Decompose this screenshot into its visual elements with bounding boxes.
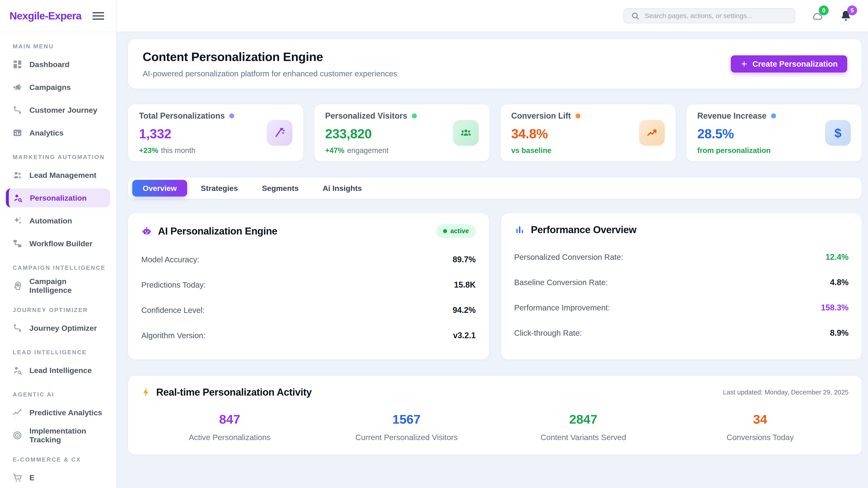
sidebar-section-marketing-automation: MARKETING AUTOMATION (13, 154, 110, 161)
realtime-stat: 34 Conversions Today (672, 412, 848, 442)
page-header-text: Content Personalization Engine AI-powere… (143, 50, 397, 78)
sidebar-item-label: Dashboard (29, 60, 70, 69)
sidebar-item-ecommerce[interactable]: E (6, 468, 110, 487)
sidebar-item-campaign-intelligence[interactable]: Campaign Intelligence (6, 276, 110, 295)
sidebar-item-predictive-analytics[interactable]: Predictive Analytics (6, 403, 110, 422)
stat-title: Total Personalizations (139, 111, 234, 121)
stat-card-revenue-increase: Revenue Increase 28.5% from personalizat… (686, 104, 862, 161)
global-search[interactable] (623, 8, 795, 23)
notifications-button[interactable]: 5 (839, 9, 852, 22)
sidebar-section-main-menu: MAIN MENU (13, 43, 110, 50)
user-search-icon (12, 365, 23, 376)
target-icon (12, 430, 23, 441)
search-input[interactable] (645, 12, 788, 20)
cloud-status-button[interactable]: 0 (811, 9, 824, 22)
stat-cards-row: Total Personalizations 1,332 +23%this mo… (128, 104, 862, 161)
app-root: Nexgile-Expera MAIN MENU Dashboard Campa… (0, 0, 868, 488)
sidebar-item-lead-management[interactable]: Lead Management (6, 166, 110, 185)
stat-subtext: +23%this month (139, 146, 234, 155)
metric-row: Personalized Conversion Rate:12.4% (514, 245, 849, 270)
last-updated-text: Last updated: Monday, December 29, 2025 (723, 389, 848, 396)
sidebar-section-ecommerce-cx: E-COMMERCE & CX (13, 456, 110, 463)
sidebar-header: Nexgile-Expera (0, 0, 116, 32)
brain-icon (12, 281, 23, 291)
sidebar-item-label: Campaigns (29, 83, 71, 92)
sidebar-item-lead-intelligence[interactable]: Lead Intelligence (6, 361, 110, 380)
page-content: Content Personalization Engine AI-powere… (116, 32, 868, 455)
sidebar-item-journey-optimizer[interactable]: Journey Optimizer (6, 319, 110, 337)
status-dot (229, 113, 234, 119)
dashboard-icon (12, 59, 23, 70)
stat-value: 233,820 (325, 126, 416, 141)
trend-up-icon (639, 120, 665, 146)
dollar-icon: $ (825, 120, 851, 146)
plus-icon (740, 60, 748, 68)
realtime-stat-value: 1567 (318, 412, 495, 427)
metric-row: Model Accuracy:89.7% (141, 247, 476, 272)
stat-card-conversion-lift: Conversion Lift 34.8% vs baseline (500, 104, 676, 161)
workflow-icon (12, 238, 23, 249)
metric-row: Confidence Level:94.2% (141, 297, 476, 323)
create-personalization-button[interactable]: Create Personalization (731, 55, 847, 72)
page-header-card: Content Personalization Engine AI-powere… (128, 39, 862, 89)
panel-title: Performance Overview (514, 224, 637, 235)
metric-row: Baseline Conversion Rate:4.8% (514, 270, 849, 295)
chart-bars-icon (514, 224, 525, 235)
sidebar-item-label: Journey Optimizer (29, 324, 97, 332)
tab-strategies[interactable]: Strategies (190, 180, 248, 197)
user-search-icon (13, 193, 23, 203)
status-dot (412, 113, 417, 119)
sidebar-item-label: Analytics (29, 129, 64, 137)
realtime-stat-label: Content Variants Served (495, 433, 672, 442)
cart-icon (12, 473, 23, 483)
sidebar-item-customer-journey[interactable]: Customer Journey (6, 101, 110, 120)
sidebar-item-implementation-tracking[interactable]: Implementation Tracking (6, 426, 110, 445)
realtime-stat-label: Conversions Today (672, 433, 848, 442)
tab-ai-insights[interactable]: Ai Insights (312, 180, 372, 197)
stat-subtext: from personalization (698, 146, 776, 155)
route-icon (12, 323, 23, 333)
sidebar-section-lead-intelligence: LEAD INTELLIGENCE (13, 349, 110, 356)
topbar: 0 5 (116, 0, 868, 32)
status-dot (576, 113, 581, 119)
wand-icon (267, 120, 292, 146)
realtime-title: Real-time Personalization Activity (141, 387, 312, 398)
panels-row: AI Personalization Engine active Model A… (128, 213, 862, 359)
sidebar-item-label: Lead Intelligence (29, 366, 92, 375)
realtime-stat: 1567 Current Personalized Visitors (318, 412, 495, 442)
realtime-stat: 2847 Content Variants Served (495, 412, 672, 442)
realtime-stat: 847 Active Personalizations (141, 412, 318, 442)
sidebar: Nexgile-Expera MAIN MENU Dashboard Campa… (0, 0, 116, 488)
sidebar-item-label: Predictive Analytics (29, 408, 102, 417)
realtime-stat-label: Active Personalizations (141, 433, 318, 442)
route-icon (12, 105, 23, 115)
sidebar-item-workflow-builder[interactable]: Workflow Builder (6, 234, 110, 253)
realtime-stat-value: 2847 (495, 412, 672, 427)
active-dot (443, 229, 447, 233)
realtime-stat-value: 34 (672, 412, 848, 427)
realtime-stat-value: 847 (141, 412, 318, 427)
sidebar-nav: MAIN MENU Dashboard Campaigns Customer J… (0, 32, 116, 488)
cloud-badge: 0 (819, 5, 829, 15)
sidebar-item-dashboard[interactable]: Dashboard (6, 55, 110, 74)
menu-toggle-icon[interactable] (92, 10, 104, 22)
tab-segments[interactable]: Segments (252, 180, 309, 197)
tab-overview[interactable]: Overview (132, 180, 187, 197)
stat-card-personalized-visitors: Personalized Visitors 233,820 +47%engage… (314, 104, 489, 161)
sidebar-item-label: Personalization (30, 194, 87, 202)
sidebar-item-personalization[interactable]: Personalization (6, 188, 110, 207)
sidebar-item-label: Campaign Intelligence (29, 277, 104, 295)
ai-engine-panel: AI Personalization Engine active Model A… (128, 213, 489, 359)
stat-subtext: vs baseline (511, 146, 581, 155)
realtime-stat-label: Current Personalized Visitors (318, 433, 495, 442)
metric-row: Predictions Today:15.8K (141, 272, 476, 297)
sidebar-item-campaigns[interactable]: Campaigns (6, 78, 110, 97)
sidebar-item-analytics[interactable]: Analytics (6, 123, 110, 142)
metric-row: Algorithm Version:v3.2.1 (141, 323, 476, 348)
sidebar-item-label: Implementation Tracking (29, 427, 104, 444)
search-icon (631, 11, 640, 20)
stat-value: 1,332 (139, 126, 234, 141)
sidebar-item-automation[interactable]: Automation (6, 211, 110, 230)
performance-panel: Performance Overview Personalized Conver… (501, 213, 862, 359)
sidebar-item-label: Automation (29, 217, 72, 225)
